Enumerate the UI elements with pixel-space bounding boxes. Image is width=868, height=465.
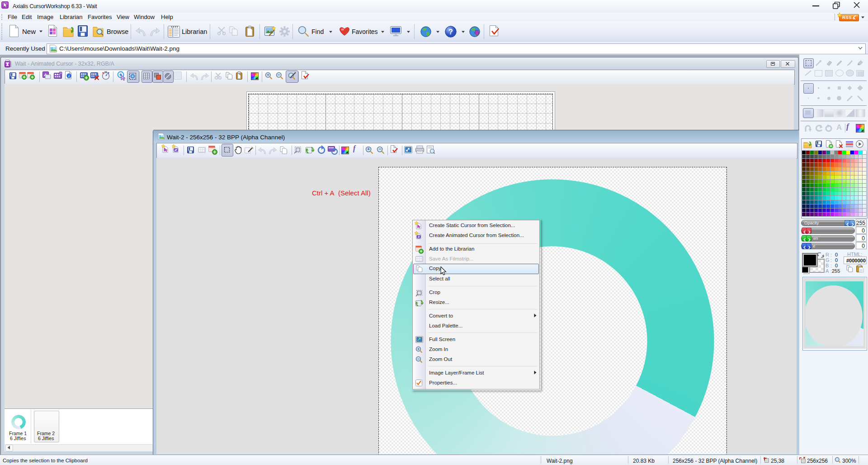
svg-text:+: + bbox=[417, 347, 420, 351]
svg-text:−: − bbox=[278, 72, 280, 77]
svg-text:+: + bbox=[367, 146, 370, 152]
svg-text:+: + bbox=[267, 72, 269, 77]
svg-text:−: − bbox=[417, 357, 420, 361]
svg-text:?: ? bbox=[448, 28, 453, 36]
svg-text:−: − bbox=[378, 146, 381, 152]
